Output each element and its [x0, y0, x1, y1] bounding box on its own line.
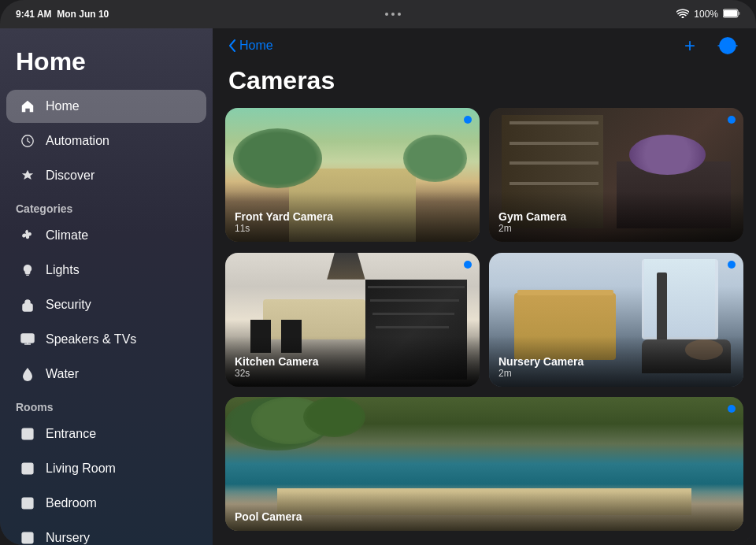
camera-overlay-kitchen: Kitchen Camera 32s — [225, 336, 480, 387]
sidebar-item-speakers[interactable]: Speakers & TVs — [6, 323, 206, 356]
back-button[interactable]: Home — [228, 39, 273, 53]
camera-time-nursery: 2m — [498, 368, 734, 379]
camera-time-front-yard: 11s — [235, 223, 470, 234]
ellipsis-dot-2 — [391, 13, 395, 16]
main-layout: Home Home Automation — [0, 0, 756, 545]
toolbar-actions: + — [677, 33, 740, 58]
status-bar: 9:41 AM Mon Jun 10 100% — [0, 0, 756, 28]
camera-card-front-yard[interactable]: Front Yard Camera 11s — [225, 108, 480, 242]
sidebar-discover-label: Discover — [46, 169, 94, 183]
camera-name-kitchen: Kitchen Camera — [235, 355, 470, 368]
svg-rect-13 — [24, 500, 31, 506]
room-icon-living-room — [19, 460, 36, 477]
sidebar-item-lights[interactable]: Lights — [6, 254, 206, 287]
sidebar-home-label: Home — [46, 99, 80, 113]
page-title: Cameras — [213, 63, 756, 108]
sidebar-item-nursery[interactable]: Nursery — [6, 521, 206, 545]
camera-dot-gym — [728, 116, 736, 124]
sidebar-item-bedroom[interactable]: Bedroom — [6, 487, 206, 520]
sidebar: Home Home Automation — [0, 28, 213, 545]
sidebar-item-security[interactable]: Security — [6, 288, 206, 321]
bulb-icon — [19, 261, 36, 279]
clock-icon — [19, 132, 36, 150]
room-icon-nursery — [19, 529, 36, 545]
status-time: 9:41 AM Mon Jun 10 — [16, 9, 109, 20]
sidebar-nursery-label: Nursery — [46, 531, 90, 545]
camera-dot-nursery — [728, 261, 736, 269]
camera-overlay-gym: Gym Camera 2m — [489, 191, 743, 242]
svg-rect-9 — [24, 431, 31, 437]
camera-grid: Front Yard Camera 11s — [213, 108, 756, 545]
ellipsis-dot-1 — [385, 13, 388, 16]
room-icon-entrance — [19, 425, 36, 443]
sidebar-security-label: Security — [46, 298, 91, 312]
svg-rect-2 — [739, 12, 740, 15]
wifi-icon — [676, 9, 689, 20]
room-icon-bedroom — [19, 495, 36, 512]
back-label: Home — [239, 39, 273, 53]
camera-card-kitchen[interactable]: Kitchen Camera 32s — [225, 253, 480, 387]
rooms-header: Rooms — [0, 391, 213, 417]
svg-rect-15 — [24, 535, 31, 541]
sidebar-bedroom-label: Bedroom — [46, 496, 97, 510]
sidebar-entrance-label: Entrance — [46, 427, 96, 441]
camera-overlay-nursery: Nursery Camera 2m — [489, 336, 743, 387]
svg-rect-1 — [724, 10, 737, 17]
sidebar-climate-label: Climate — [46, 228, 88, 243]
svg-point-6 — [27, 307, 29, 310]
camera-card-pool[interactable]: Pool Camera — [225, 397, 743, 531]
camera-name-nursery: Nursery Camera — [498, 355, 734, 368]
camera-card-gym[interactable]: Gym Camera 2m — [489, 108, 743, 242]
drop-icon — [19, 365, 36, 383]
sidebar-item-automation[interactable]: Automation — [6, 124, 206, 158]
sidebar-item-living-room[interactable]: Living Room — [6, 452, 206, 485]
battery-icon — [723, 9, 740, 20]
sidebar-title: Home — [0, 41, 213, 89]
svg-rect-11 — [24, 465, 31, 472]
add-button[interactable]: + — [677, 33, 702, 58]
fan-icon — [19, 227, 36, 244]
sidebar-speakers-label: Speakers & TVs — [46, 332, 136, 347]
camera-name-front-yard: Front Yard Camera — [235, 210, 470, 223]
main-content: Home + Cameras — [213, 28, 756, 545]
camera-card-nursery[interactable]: Nursery Camera 2m — [489, 253, 743, 387]
settings-button[interactable] — [715, 33, 740, 58]
status-right: 100% — [676, 9, 740, 20]
ellipsis-dot-3 — [398, 13, 401, 16]
categories-header: Categories — [0, 193, 213, 218]
sidebar-lights-label: Lights — [46, 263, 80, 277]
camera-overlay-pool: Pool Camera — [225, 491, 743, 531]
sidebar-automation-label: Automation — [46, 134, 109, 148]
ipad-frame: 9:41 AM Mon Jun 10 100% — [0, 0, 756, 545]
sidebar-item-home[interactable]: Home — [6, 90, 206, 123]
sidebar-item-discover[interactable]: Discover — [6, 159, 206, 192]
svg-point-19 — [724, 43, 731, 49]
battery-text: 100% — [694, 9, 718, 20]
sidebar-item-water[interactable]: Water — [6, 358, 206, 391]
toolbar: Home + — [213, 28, 756, 63]
camera-time-gym: 2m — [498, 223, 734, 234]
star-icon — [19, 167, 36, 184]
camera-overlay-front-yard: Front Yard Camera 11s — [225, 191, 480, 242]
tv-icon — [19, 331, 36, 348]
sidebar-water-label: Water — [46, 367, 79, 381]
house-icon — [19, 98, 36, 115]
sidebar-living-room-label: Living Room — [46, 462, 116, 476]
camera-dot-kitchen — [464, 261, 472, 269]
sidebar-item-entrance[interactable]: Entrance — [6, 417, 206, 450]
camera-name-gym: Gym Camera — [498, 210, 734, 223]
camera-time-kitchen: 32s — [235, 368, 470, 379]
status-center — [385, 13, 401, 16]
camera-dot-front-yard — [464, 116, 472, 124]
camera-name-pool: Pool Camera — [235, 510, 734, 523]
sidebar-item-climate[interactable]: Climate — [6, 219, 206, 252]
lock-icon — [19, 296, 36, 313]
svg-rect-7 — [21, 334, 34, 343]
